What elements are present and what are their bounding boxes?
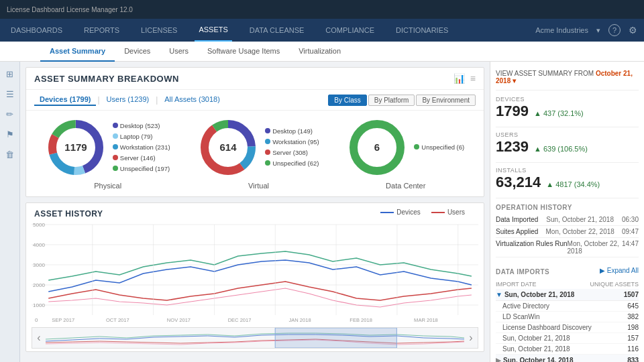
section-title: ASSET SUMMARY BREAKDOWN <box>34 74 453 84</box>
datacenter-donut-wrap: 6 Unspecified (6) <box>347 117 464 178</box>
view-from-label: VIEW ASSET SUMMARY FROM <box>496 70 594 77</box>
chart-virtual: 614 Desktop (149) Workstation (95) Serve… <box>198 117 319 190</box>
scroll-right[interactable]: › <box>464 328 478 348</box>
view-by-class[interactable]: By Class <box>328 95 366 106</box>
di-columns: IMPORT DATE UNIQUE ASSETS <box>496 281 639 288</box>
asset-summary-section: ASSET SUMMARY BREAKDOWN 📊 ≡ Devices (179… <box>25 67 484 197</box>
tab-devices[interactable]: Devices <box>115 42 160 62</box>
history-header: ASSET HISTORY Devices Users <box>26 203 484 221</box>
main-layout: ⊞ ☰ ✏ ⚑ 🗑 ASSET SUMMARY BREAKDOWN 📊 ≡ De… <box>0 62 644 362</box>
physical-donut-wrap: 1179 Desktop (523) Laptop (79) Workstati… <box>46 117 170 178</box>
svg-text:6: 6 <box>374 141 380 153</box>
filter-users[interactable]: Users (1239) <box>101 94 155 106</box>
physical-legend: Desktop (523) Laptop (79) Workstation (2… <box>113 121 170 175</box>
op-history-title: OPERATION HISTORY <box>496 204 639 211</box>
di-oct21-b: Sun, October 21, 2018116 <box>496 344 639 355</box>
datacenter-legend: Unspecified (6) <box>414 142 464 153</box>
data-imports: DATA IMPORTS ▶ Expand All IMPORT DATE UN… <box>496 263 639 362</box>
virtual-donut: 614 <box>198 117 258 178</box>
svg-text:5000: 5000 <box>33 222 45 228</box>
nav-dictionaries[interactable]: DICTIONARIES <box>392 19 452 42</box>
di-expand-all[interactable]: ▶ Expand All <box>600 267 639 274</box>
chart-legend: Devices Users <box>380 208 476 216</box>
filter-devices[interactable]: Devices (1799) <box>34 94 96 106</box>
svg-text:SEP 2017: SEP 2017 <box>52 317 74 323</box>
svg-text:1000: 1000 <box>33 302 45 308</box>
op-row-2: Suites Applied Mon, October 22, 2018 09:… <box>496 226 639 238</box>
chart-icon[interactable]: 📊 <box>453 73 465 84</box>
view-by-platform[interactable]: By Platform <box>368 95 415 106</box>
sub-tabs: Asset Summary Devices Users Software Usa… <box>0 42 644 62</box>
installs-label: INSTALLS <box>496 167 639 174</box>
svg-text:JAN 2018: JAN 2018 <box>288 317 311 323</box>
dropdown-arrow[interactable]: ▾ <box>596 26 600 35</box>
scroll-left[interactable]: ‹ <box>32 328 46 348</box>
di-row-oct14[interactable]: ▶Sun, October 14, 2018 833 <box>496 355 639 362</box>
installs-change: ▲ 4817 <box>546 180 572 188</box>
rp-users: USERS 1239 ▲ 639 (106.5%) <box>496 131 639 156</box>
chart-scrollbar[interactable]: ‹ › <box>32 327 478 349</box>
devices-change: ▲ 437 <box>534 109 555 117</box>
users-label: USERS <box>496 131 639 138</box>
list-icon[interactable]: ≡ <box>470 73 476 84</box>
svg-text:614: 614 <box>220 141 237 153</box>
company-name[interactable]: Acme Industries <box>535 26 588 34</box>
trash-icon[interactable]: 🗑 <box>3 147 17 161</box>
di-scanwin: LD ScanWin382 <box>496 312 639 322</box>
tab-virtualization[interactable]: Virtualization <box>289 42 350 62</box>
di-title: DATA IMPORTS <box>496 268 549 276</box>
nav-bar: DASHBOARDS REPORTS LICENSES ASSETS DATA … <box>0 19 644 42</box>
legend-devices: Devices <box>380 208 421 216</box>
content-area: ASSET SUMMARY BREAKDOWN 📊 ≡ Devices (179… <box>20 62 490 362</box>
svg-text:NOV 2017: NOV 2017 <box>167 317 191 323</box>
nav-dashboards[interactable]: DASHBOARDS <box>7 19 66 42</box>
app-title: License Dashboard License Manager 12.0 <box>7 6 133 13</box>
nav-data-cleanse[interactable]: DATA CLEANSE <box>246 19 309 42</box>
svg-text:2000: 2000 <box>33 282 45 288</box>
view-by-environment[interactable]: By Environment <box>416 95 476 106</box>
chart-physical: 1179 Desktop (523) Laptop (79) Workstati… <box>46 117 170 190</box>
datacenter-label: Data Center <box>386 182 425 190</box>
nav-assets[interactable]: ASSETS <box>195 19 231 42</box>
tab-users[interactable]: Users <box>160 42 198 62</box>
di-col-import: IMPORT DATE <box>496 281 537 288</box>
datacenter-donut: 6 <box>347 117 407 178</box>
expand-icon[interactable]: ⊞ <box>3 67 17 80</box>
rp-devices: DEVICES 1799 ▲ 437 (32.1%) <box>496 96 639 120</box>
op-row-1: Data Imported Sun, October 21, 2018 06:3… <box>496 214 639 226</box>
di-oct21-a: Sun, October 21, 2018157 <box>496 333 639 344</box>
nav-licenses[interactable]: LICENSES <box>137 19 181 42</box>
tab-asset-summary[interactable]: Asset Summary <box>40 42 115 62</box>
help-icon[interactable]: ? <box>608 24 621 36</box>
right-panel: VIEW ASSET SUMMARY FROM October 21, 2018… <box>490 62 644 362</box>
layers-icon[interactable]: ☰ <box>3 87 17 101</box>
installs-value: 63,214 <box>496 174 541 191</box>
svg-text:MAR 2018: MAR 2018 <box>414 317 438 323</box>
tab-software-usage[interactable]: Software Usage Items <box>198 42 289 62</box>
legend-users: Users <box>431 208 465 216</box>
edit-icon[interactable]: ✏ <box>3 107 17 121</box>
history-chart: 5000 4000 3000 2000 1000 0 SEP 2017 OCT … <box>26 221 484 349</box>
installs-pct: (34.4%) <box>574 180 600 188</box>
flag-icon[interactable]: ⚑ <box>3 127 17 141</box>
virtual-donut-wrap: 614 Desktop (149) Workstation (95) Serve… <box>198 117 319 178</box>
settings-icon[interactable]: ⚙ <box>629 25 637 36</box>
users-value: 1239 <box>496 138 529 156</box>
svg-text:OCT 2017: OCT 2017 <box>106 317 129 323</box>
svg-text:3000: 3000 <box>33 262 45 268</box>
nav-compliance[interactable]: COMPLIANCE <box>321 19 378 42</box>
physical-label: Physical <box>94 182 121 190</box>
physical-donut: 1179 <box>46 117 106 178</box>
left-sidebar: ⊞ ☰ ✏ ⚑ 🗑 <box>0 62 20 362</box>
view-buttons: By Class By Platform By Environment <box>328 95 476 106</box>
svg-text:DEC 2017: DEC 2017 <box>228 317 252 323</box>
rp-installs: INSTALLS 63,214 ▲ 4817 (34.4%) <box>496 167 639 191</box>
devices-label: DEVICES <box>496 96 639 103</box>
section-icons: 📊 ≡ <box>453 73 476 84</box>
nav-reports[interactable]: REPORTS <box>80 19 123 42</box>
di-row-oct21[interactable]: ▼Sun, October 21, 2018 1507 <box>496 289 639 301</box>
op-row-3: Virtualization Rules Run Mon, October 22… <box>496 238 639 257</box>
svg-rect-40 <box>275 328 396 348</box>
di-header: DATA IMPORTS ▶ Expand All <box>496 263 639 278</box>
filter-all[interactable]: All Assets (3018) <box>159 94 225 106</box>
